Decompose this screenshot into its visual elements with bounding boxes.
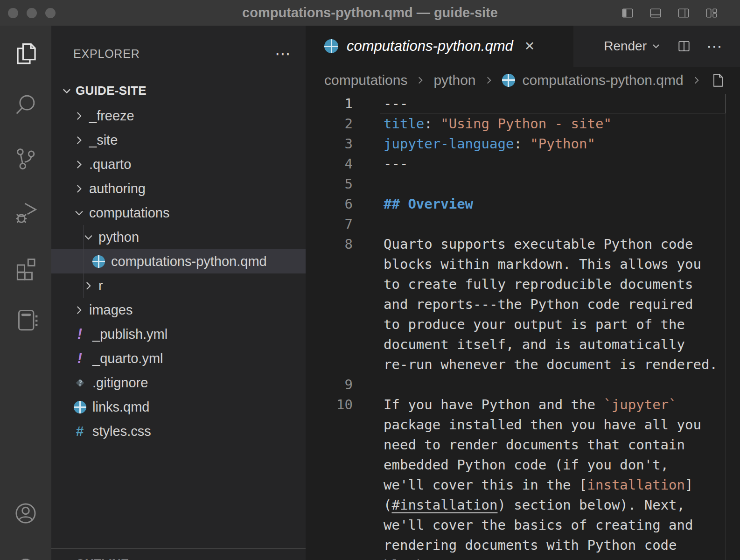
workspace-section-header[interactable]: GUIDE-SITE xyxy=(51,78,306,104)
outline-section[interactable]: OUTLINE xyxy=(51,548,306,560)
code-line-wrap[interactable]: (#installation) section below). Next, xyxy=(306,495,740,515)
tree-item-.quarto[interactable]: .quarto xyxy=(51,152,306,176)
code-line-8[interactable]: 8Quarto supports executable Python code xyxy=(306,234,740,254)
code-line-wrap[interactable]: embedded Python code (if you don't, xyxy=(306,455,740,475)
code-line-content xyxy=(353,375,384,395)
code-line-10[interactable]: 10If you have Python and the `jupyter` xyxy=(306,395,740,415)
line-number xyxy=(306,515,353,535)
code-line-wrap[interactable]: blocks within markdown. This allows you xyxy=(306,254,740,274)
code-line-content: to create fully reproducible documents xyxy=(353,274,693,294)
source-control-icon[interactable] xyxy=(12,145,39,172)
breadcrumb-item[interactable]: computations-python.qmd xyxy=(523,72,684,88)
code-line-wrap[interactable]: to create fully reproducible documents xyxy=(306,274,740,294)
code-line-wrap[interactable]: document itself, and is automatically xyxy=(306,335,740,355)
search-icon[interactable] xyxy=(12,91,39,119)
code-line-4[interactable]: 4--- xyxy=(306,154,740,174)
extensions-icon[interactable] xyxy=(12,253,39,280)
explorer-files-icon[interactable] xyxy=(12,40,39,67)
tree-item-label: .quarto xyxy=(89,157,131,172)
account-icon[interactable] xyxy=(12,500,39,527)
code-line-2[interactable]: 2title: "Using Python - site" xyxy=(306,114,740,134)
tree-item-.gitignore[interactable]: .gitignore xyxy=(51,371,306,395)
line-number xyxy=(306,415,353,435)
views-more-actions-icon[interactable]: ⋯ xyxy=(275,49,292,58)
tree-item-label: _quarto.yml xyxy=(92,351,163,366)
code-line-content: re-run whenever the document is rendered… xyxy=(353,355,718,375)
tree-item-computations-python.qmd[interactable]: computations-python.qmd xyxy=(51,249,306,273)
chevron-down-icon xyxy=(82,231,95,244)
chevron-down-icon xyxy=(650,41,662,52)
line-number: 1 xyxy=(306,94,353,114)
code-line-wrap[interactable]: package installed then you have all you xyxy=(306,415,740,435)
settings-gear-icon[interactable] xyxy=(12,554,39,560)
code-line-wrap[interactable]: we'll cover this in the [installation] xyxy=(306,475,740,495)
code-line-content: need to render documents that contain xyxy=(353,435,685,455)
breadcrumb-item[interactable]: python xyxy=(433,72,475,88)
code-line-wrap[interactable]: rendering documents with Python code xyxy=(306,535,740,555)
code-line-content: blocks. xyxy=(353,555,440,560)
editor-more-actions-icon[interactable]: ⋯ xyxy=(706,42,723,51)
line-number: 3 xyxy=(306,134,353,154)
tree-item-label: _site xyxy=(89,133,118,148)
code-line-wrap[interactable]: we'll cover the basics of creating and xyxy=(306,515,740,535)
notebook-book-icon[interactable] xyxy=(12,306,39,333)
code-line-content: title: "Using Python - site" xyxy=(353,114,612,134)
render-button[interactable]: Render xyxy=(604,39,662,54)
tree-item--quarto.yml[interactable]: !_quarto.yml xyxy=(51,346,306,371)
chevron-right-icon xyxy=(73,182,85,195)
split-editor-icon[interactable] xyxy=(677,39,691,54)
toggle-panel-icon[interactable] xyxy=(648,6,663,20)
chevron-right-icon xyxy=(483,75,495,86)
code-line-3[interactable]: 3jupyter-language: "Python" xyxy=(306,134,740,154)
chevron-right-icon xyxy=(73,158,85,171)
line-number xyxy=(306,535,353,555)
tree-item-images[interactable]: images xyxy=(51,298,306,322)
code-line-6[interactable]: 6## Overview xyxy=(306,194,740,214)
tree-item-label: _publish.yml xyxy=(92,327,168,342)
code-line-wrap[interactable]: need to render documents that contain xyxy=(306,435,740,455)
current-line-highlight xyxy=(380,94,726,113)
line-number: 5 xyxy=(306,174,353,194)
tree-item-label: authoring xyxy=(89,181,146,196)
code-line-wrap[interactable]: blocks. xyxy=(306,555,740,560)
tree-item-links.qmd[interactable]: links.qmd xyxy=(51,395,306,419)
tree-item--publish.yml[interactable]: !_publish.yml xyxy=(51,322,306,346)
tree-item--site[interactable]: _site xyxy=(51,128,306,152)
customize-layout-icon[interactable] xyxy=(704,6,719,20)
run-debug-icon[interactable] xyxy=(12,199,39,226)
code-line-wrap[interactable]: to produce your output is part of the xyxy=(306,315,740,335)
code-line-content: jupyter-language: "Python" xyxy=(353,134,595,154)
chevron-right-icon xyxy=(73,110,85,122)
tab-close-icon[interactable]: ✕ xyxy=(524,39,535,54)
code-line-5[interactable]: 5 xyxy=(306,174,740,194)
code-line-wrap[interactable]: and reports---the Python code required xyxy=(306,294,740,315)
toggle-primary-sidebar-icon[interactable] xyxy=(620,6,635,20)
line-number: 6 xyxy=(306,194,353,214)
line-number xyxy=(306,315,353,335)
git-file-icon xyxy=(73,377,87,389)
breadcrumb-item[interactable]: computations xyxy=(324,72,407,88)
code-line-content: we'll cover the basics of creating and xyxy=(353,515,693,535)
tree-item-r[interactable]: r xyxy=(51,273,306,298)
tree-item-computations[interactable]: computations xyxy=(51,201,306,225)
code-line-7[interactable]: 7 xyxy=(306,214,740,234)
tree-item--freeze[interactable]: _freeze xyxy=(51,104,306,128)
tree-item-styles.css[interactable]: #styles.css xyxy=(51,419,306,443)
code-line-wrap[interactable]: re-run whenever the document is rendered… xyxy=(306,355,740,375)
tree-item-python[interactable]: python xyxy=(51,225,306,249)
line-number: 8 xyxy=(306,234,353,254)
toggle-secondary-sidebar-icon[interactable] xyxy=(676,6,691,20)
tree-item-authoring[interactable]: authoring xyxy=(51,176,306,201)
code-line-9[interactable]: 9 xyxy=(306,375,740,395)
tab-computations-python[interactable]: computations-python.qmd ✕ xyxy=(306,26,573,67)
file-icon xyxy=(710,72,726,89)
code-line-1[interactable]: 1--- xyxy=(306,94,740,114)
quarto-file-icon xyxy=(324,39,338,53)
line-number: 4 xyxy=(306,154,353,174)
explorer-sidebar: EXPLORER ⋯ GUIDE-SITE _freeze_site.quart… xyxy=(51,26,306,560)
tree-item-label: computations xyxy=(89,205,170,221)
code-editor[interactable]: 1---2title: "Using Python - site"3jupyte… xyxy=(306,94,740,560)
line-number xyxy=(306,455,353,475)
chevron-down-icon xyxy=(61,85,73,97)
yaml-file-icon: ! xyxy=(73,350,87,367)
